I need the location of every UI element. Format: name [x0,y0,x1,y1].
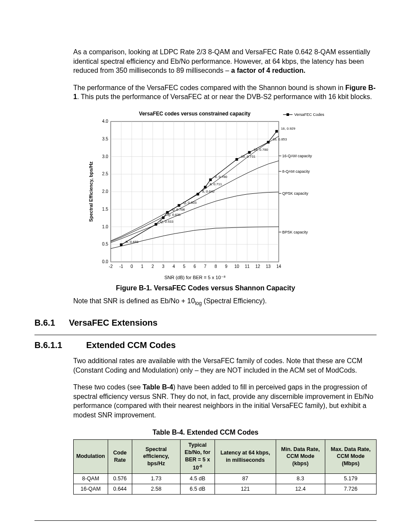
svg-rect-77 [196,193,199,196]
svg-text:16, 0.731: 16, 0.731 [241,155,256,159]
svg-rect-67 [120,243,122,246]
text: These two codes (see [73,383,143,391]
th-spectral-eff: Spectral efficiency, bps/Hz [132,440,181,474]
svg-text:Q, 0.631: Q, 0.631 [168,213,181,217]
cell: 1.73 [132,473,181,484]
paragraph-figure-intro: The performance of the VersaFEC codes co… [73,83,377,102]
svg-text:8, 0.642: 8, 0.642 [202,190,215,193]
cell: 0.644 [108,484,132,494]
svg-text:Q, 0.706: Q, 0.706 [172,208,185,212]
svg-text:9: 9 [225,264,227,269]
table-row: 16-QAM 0.644 2.58 6.5 dB 121 12.4 7.726 [74,484,377,494]
svg-text:16, 0.780: 16, 0.780 [254,148,268,152]
svg-text:2: 2 [152,264,154,269]
svg-text:8: 8 [215,264,217,269]
text: Note that SNR is defined as Eb/No + 10 [73,297,195,305]
th-min-rate: Min. Data Rate, CCM Mode (kbps) [276,440,325,474]
table-b4: Modulation Code Rate Spectral efficiency… [73,439,377,494]
svg-text:B, 0.488: B, 0.488 [125,240,138,244]
figure-caption: Figure B-1. VersaFEC Codes versus Shanno… [34,283,377,293]
th-ebno: Typical Eb/No, forBER = 5 x 10-8 [180,440,215,474]
svg-text:3.0: 3.0 [102,154,108,159]
svg-text:16, 0.853: 16, 0.853 [273,137,287,141]
svg-text:Q, 0.803: Q, 0.803 [183,201,196,205]
svg-text:8-QAM capacity: 8-QAM capacity [282,169,310,174]
subscript: log [195,300,202,306]
chart-svg: -2-1012345678910111213140.00.51.01.52.02… [85,109,326,282]
bold-text: a factor of 4 reduction. [231,67,305,74]
svg-text:Spectral Efficiency, bps/Hz: Spectral Efficiency, bps/Hz [88,162,93,222]
cell: 5.179 [325,473,377,484]
svg-text:BPSK capacity: BPSK capacity [282,230,308,234]
svg-text:10: 10 [234,264,240,269]
text: BER = 5 x 10 [185,457,210,471]
svg-text:-2: -2 [109,264,113,269]
svg-rect-71 [162,216,165,219]
svg-text:1.5: 1.5 [102,207,108,212]
section-title: Extended CCM Codes [86,340,176,350]
svg-text:1: 1 [141,264,143,269]
th-code-rate: Code Rate [108,440,132,474]
cell: 8.3 [276,473,325,484]
section-number: B.6.1 [34,317,69,329]
paragraph-comparison: As a comparison, looking at LDPC Rate 2/… [73,47,377,75]
svg-text:12: 12 [255,264,261,269]
text: The performance of the VersaFEC codes co… [73,84,345,91]
svg-rect-87 [267,141,270,143]
svg-text:0: 0 [131,264,133,269]
text: Typical Eb/No, for [185,442,211,455]
snr-note: Note that SNR is defined as Eb/No + 10lo… [73,296,377,307]
svg-text:6: 6 [193,264,196,269]
heading-b611: B.6.1.1Extended CCM Codes [34,335,377,351]
table-caption: Table B-4. Extended CCM Codes [34,428,377,437]
svg-text:QPSK capacity: QPSK capacity [282,191,308,196]
svg-text:16-QAM capacity: 16-QAM capacity [282,154,312,158]
cell: 8-QAM [74,473,108,484]
heading-b61: B.6.1VersaFEC Extensions [34,317,377,329]
svg-text:11: 11 [245,264,250,269]
svg-text:13: 13 [266,264,271,269]
section-number: B.6.1.1 [34,339,86,351]
cell: 87 [215,473,276,484]
text: . This puts the performance of VersaFEC … [77,93,372,100]
svg-text:1.0: 1.0 [102,224,108,229]
svg-text:4: 4 [172,264,175,269]
svg-text:SNR (dB) for BER = 5 x 10⁻⁸: SNR (dB) for BER = 5 x 10⁻⁸ [164,275,225,280]
svg-rect-83 [236,158,238,161]
svg-text:VersaFEC codes versus constrai: VersaFEC codes versus constrained capaci… [139,111,251,117]
svg-text:7: 7 [204,264,207,269]
th-latency: Latency at 64 kbps, in milliseconds [215,440,276,474]
svg-text:4.0: 4.0 [102,119,108,124]
svg-text:2.5: 2.5 [102,171,108,176]
table-ref: Table B-4 [143,383,173,391]
cell: 7.726 [325,484,377,494]
svg-rect-57 [286,113,289,116]
svg-text:0.0: 0.0 [102,259,108,264]
svg-rect-89 [275,130,278,133]
svg-text:2.0: 2.0 [102,189,108,194]
svg-text:8, 0.711: 8, 0.711 [209,182,222,186]
cell: 121 [215,484,276,494]
th-modulation: Modulation [74,440,108,474]
superscript: -8 [199,464,202,468]
svg-rect-81 [209,178,212,181]
svg-text:16, 0.929: 16, 0.929 [281,127,296,131]
th-max-rate: Max. Data Rate, CCM Mode (Mbps) [325,440,377,474]
svg-text:0.5: 0.5 [102,242,108,246]
svg-text:5: 5 [183,264,186,269]
paragraph-table-intro: These two codes (see Table B-4) have bee… [73,383,377,420]
cell: 0.576 [108,473,132,484]
svg-rect-69 [155,223,157,226]
svg-text:VersaFEC Codes: VersaFEC Codes [294,112,324,117]
svg-text:Q, 0.533: Q, 0.533 [160,220,174,224]
svg-rect-79 [204,186,206,188]
table-row: 8-QAM 0.576 1.73 4.5 dB 87 8.3 5.179 [74,473,377,484]
cell: 6.5 dB [180,484,215,494]
text: As a comparison, looking at LDPC Rate 2/… [73,48,370,74]
figure-b1: -2-1012345678910111213140.00.51.01.52.02… [34,109,377,282]
svg-rect-75 [177,204,180,207]
svg-text:-1: -1 [119,264,123,269]
paragraph-ccm-intro: Two additional rates are available with … [73,356,377,375]
table-header-row: Modulation Code Rate Spectral efficiency… [74,440,377,474]
svg-rect-85 [248,151,251,154]
